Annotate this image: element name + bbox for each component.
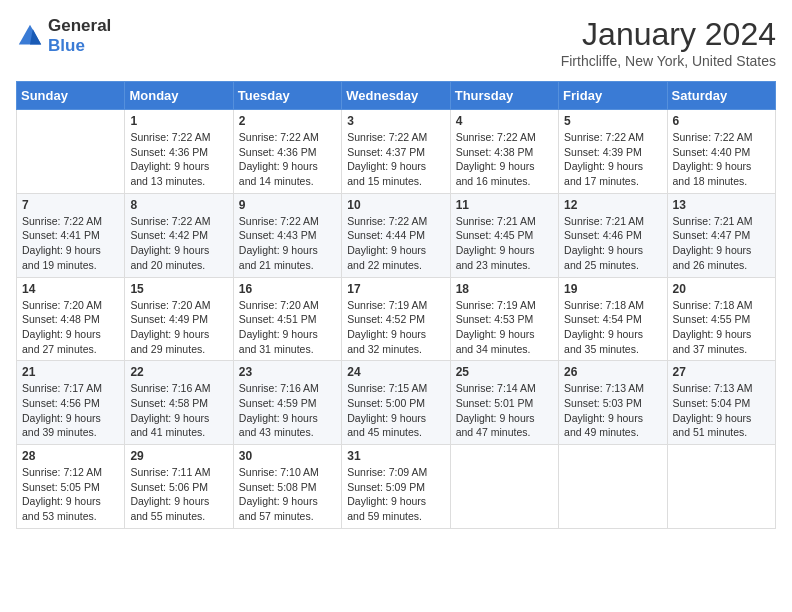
- logo-general: General: [48, 16, 111, 35]
- calendar-cell: 2Sunrise: 7:22 AMSunset: 4:36 PMDaylight…: [233, 110, 341, 194]
- day-info: Sunrise: 7:19 AMSunset: 4:52 PMDaylight:…: [347, 298, 444, 357]
- day-info: Sunrise: 7:16 AMSunset: 4:58 PMDaylight:…: [130, 381, 227, 440]
- day-info: Sunrise: 7:12 AMSunset: 5:05 PMDaylight:…: [22, 465, 119, 524]
- calendar-cell: 8Sunrise: 7:22 AMSunset: 4:42 PMDaylight…: [125, 193, 233, 277]
- calendar-cell: 21Sunrise: 7:17 AMSunset: 4:56 PMDayligh…: [17, 361, 125, 445]
- day-info: Sunrise: 7:11 AMSunset: 5:06 PMDaylight:…: [130, 465, 227, 524]
- day-number: 30: [239, 449, 336, 463]
- day-number: 15: [130, 282, 227, 296]
- week-row-2: 7Sunrise: 7:22 AMSunset: 4:41 PMDaylight…: [17, 193, 776, 277]
- day-info: Sunrise: 7:22 AMSunset: 4:42 PMDaylight:…: [130, 214, 227, 273]
- logo: General Blue: [16, 16, 111, 56]
- day-info: Sunrise: 7:13 AMSunset: 5:04 PMDaylight:…: [673, 381, 770, 440]
- calendar-cell: 10Sunrise: 7:22 AMSunset: 4:44 PMDayligh…: [342, 193, 450, 277]
- day-info: Sunrise: 7:20 AMSunset: 4:51 PMDaylight:…: [239, 298, 336, 357]
- day-number: 25: [456, 365, 553, 379]
- day-info: Sunrise: 7:22 AMSunset: 4:39 PMDaylight:…: [564, 130, 661, 189]
- calendar-table: SundayMondayTuesdayWednesdayThursdayFrid…: [16, 81, 776, 529]
- day-info: Sunrise: 7:21 AMSunset: 4:45 PMDaylight:…: [456, 214, 553, 273]
- day-info: Sunrise: 7:21 AMSunset: 4:46 PMDaylight:…: [564, 214, 661, 273]
- calendar-cell: [450, 445, 558, 529]
- weekday-header-thursday: Thursday: [450, 82, 558, 110]
- calendar-cell: 5Sunrise: 7:22 AMSunset: 4:39 PMDaylight…: [559, 110, 667, 194]
- day-number: 23: [239, 365, 336, 379]
- logo-wordmark: General Blue: [48, 16, 111, 56]
- day-info: Sunrise: 7:22 AMSunset: 4:36 PMDaylight:…: [130, 130, 227, 189]
- day-info: Sunrise: 7:22 AMSunset: 4:44 PMDaylight:…: [347, 214, 444, 273]
- calendar-cell: 30Sunrise: 7:10 AMSunset: 5:08 PMDayligh…: [233, 445, 341, 529]
- day-info: Sunrise: 7:19 AMSunset: 4:53 PMDaylight:…: [456, 298, 553, 357]
- calendar-cell: 9Sunrise: 7:22 AMSunset: 4:43 PMDaylight…: [233, 193, 341, 277]
- week-row-3: 14Sunrise: 7:20 AMSunset: 4:48 PMDayligh…: [17, 277, 776, 361]
- day-number: 28: [22, 449, 119, 463]
- week-row-4: 21Sunrise: 7:17 AMSunset: 4:56 PMDayligh…: [17, 361, 776, 445]
- day-info: Sunrise: 7:17 AMSunset: 4:56 PMDaylight:…: [22, 381, 119, 440]
- day-number: 9: [239, 198, 336, 212]
- calendar-cell: 25Sunrise: 7:14 AMSunset: 5:01 PMDayligh…: [450, 361, 558, 445]
- calendar-cell: 4Sunrise: 7:22 AMSunset: 4:38 PMDaylight…: [450, 110, 558, 194]
- calendar-cell: 12Sunrise: 7:21 AMSunset: 4:46 PMDayligh…: [559, 193, 667, 277]
- calendar-cell: [667, 445, 775, 529]
- day-number: 13: [673, 198, 770, 212]
- calendar-cell: 26Sunrise: 7:13 AMSunset: 5:03 PMDayligh…: [559, 361, 667, 445]
- day-number: 31: [347, 449, 444, 463]
- day-number: 12: [564, 198, 661, 212]
- day-number: 7: [22, 198, 119, 212]
- weekday-header-monday: Monday: [125, 82, 233, 110]
- weekday-header-row: SundayMondayTuesdayWednesdayThursdayFrid…: [17, 82, 776, 110]
- calendar-cell: 3Sunrise: 7:22 AMSunset: 4:37 PMDaylight…: [342, 110, 450, 194]
- weekday-header-wednesday: Wednesday: [342, 82, 450, 110]
- day-number: 10: [347, 198, 444, 212]
- calendar-cell: 11Sunrise: 7:21 AMSunset: 4:45 PMDayligh…: [450, 193, 558, 277]
- day-info: Sunrise: 7:14 AMSunset: 5:01 PMDaylight:…: [456, 381, 553, 440]
- day-info: Sunrise: 7:20 AMSunset: 4:49 PMDaylight:…: [130, 298, 227, 357]
- week-row-5: 28Sunrise: 7:12 AMSunset: 5:05 PMDayligh…: [17, 445, 776, 529]
- calendar-cell: 6Sunrise: 7:22 AMSunset: 4:40 PMDaylight…: [667, 110, 775, 194]
- day-info: Sunrise: 7:10 AMSunset: 5:08 PMDaylight:…: [239, 465, 336, 524]
- day-number: 24: [347, 365, 444, 379]
- day-number: 22: [130, 365, 227, 379]
- week-row-1: 1Sunrise: 7:22 AMSunset: 4:36 PMDaylight…: [17, 110, 776, 194]
- weekday-header-tuesday: Tuesday: [233, 82, 341, 110]
- day-info: Sunrise: 7:22 AMSunset: 4:41 PMDaylight:…: [22, 214, 119, 273]
- day-info: Sunrise: 7:22 AMSunset: 4:43 PMDaylight:…: [239, 214, 336, 273]
- day-info: Sunrise: 7:16 AMSunset: 4:59 PMDaylight:…: [239, 381, 336, 440]
- calendar-cell: 29Sunrise: 7:11 AMSunset: 5:06 PMDayligh…: [125, 445, 233, 529]
- calendar-cell: 19Sunrise: 7:18 AMSunset: 4:54 PMDayligh…: [559, 277, 667, 361]
- page-header: General Blue January 2024 Firthcliffe, N…: [16, 16, 776, 69]
- calendar-cell: 7Sunrise: 7:22 AMSunset: 4:41 PMDaylight…: [17, 193, 125, 277]
- day-number: 20: [673, 282, 770, 296]
- calendar-cell: 22Sunrise: 7:16 AMSunset: 4:58 PMDayligh…: [125, 361, 233, 445]
- day-number: 14: [22, 282, 119, 296]
- day-info: Sunrise: 7:18 AMSunset: 4:54 PMDaylight:…: [564, 298, 661, 357]
- day-number: 21: [22, 365, 119, 379]
- calendar-cell: 17Sunrise: 7:19 AMSunset: 4:52 PMDayligh…: [342, 277, 450, 361]
- calendar-cell: 23Sunrise: 7:16 AMSunset: 4:59 PMDayligh…: [233, 361, 341, 445]
- day-info: Sunrise: 7:21 AMSunset: 4:47 PMDaylight:…: [673, 214, 770, 273]
- day-number: 17: [347, 282, 444, 296]
- day-info: Sunrise: 7:22 AMSunset: 4:38 PMDaylight:…: [456, 130, 553, 189]
- day-number: 19: [564, 282, 661, 296]
- calendar-cell: 14Sunrise: 7:20 AMSunset: 4:48 PMDayligh…: [17, 277, 125, 361]
- day-info: Sunrise: 7:20 AMSunset: 4:48 PMDaylight:…: [22, 298, 119, 357]
- day-number: 1: [130, 114, 227, 128]
- day-number: 16: [239, 282, 336, 296]
- calendar-cell: 27Sunrise: 7:13 AMSunset: 5:04 PMDayligh…: [667, 361, 775, 445]
- calendar-cell: 20Sunrise: 7:18 AMSunset: 4:55 PMDayligh…: [667, 277, 775, 361]
- calendar-cell: 1Sunrise: 7:22 AMSunset: 4:36 PMDaylight…: [125, 110, 233, 194]
- calendar-cell: 13Sunrise: 7:21 AMSunset: 4:47 PMDayligh…: [667, 193, 775, 277]
- day-number: 6: [673, 114, 770, 128]
- calendar-cell: 15Sunrise: 7:20 AMSunset: 4:49 PMDayligh…: [125, 277, 233, 361]
- day-number: 5: [564, 114, 661, 128]
- day-info: Sunrise: 7:22 AMSunset: 4:36 PMDaylight:…: [239, 130, 336, 189]
- day-info: Sunrise: 7:22 AMSunset: 4:37 PMDaylight:…: [347, 130, 444, 189]
- calendar-cell: [17, 110, 125, 194]
- day-info: Sunrise: 7:09 AMSunset: 5:09 PMDaylight:…: [347, 465, 444, 524]
- day-number: 8: [130, 198, 227, 212]
- day-info: Sunrise: 7:15 AMSunset: 5:00 PMDaylight:…: [347, 381, 444, 440]
- calendar-cell: 24Sunrise: 7:15 AMSunset: 5:00 PMDayligh…: [342, 361, 450, 445]
- day-info: Sunrise: 7:22 AMSunset: 4:40 PMDaylight:…: [673, 130, 770, 189]
- calendar-cell: 31Sunrise: 7:09 AMSunset: 5:09 PMDayligh…: [342, 445, 450, 529]
- calendar-cell: [559, 445, 667, 529]
- day-info: Sunrise: 7:13 AMSunset: 5:03 PMDaylight:…: [564, 381, 661, 440]
